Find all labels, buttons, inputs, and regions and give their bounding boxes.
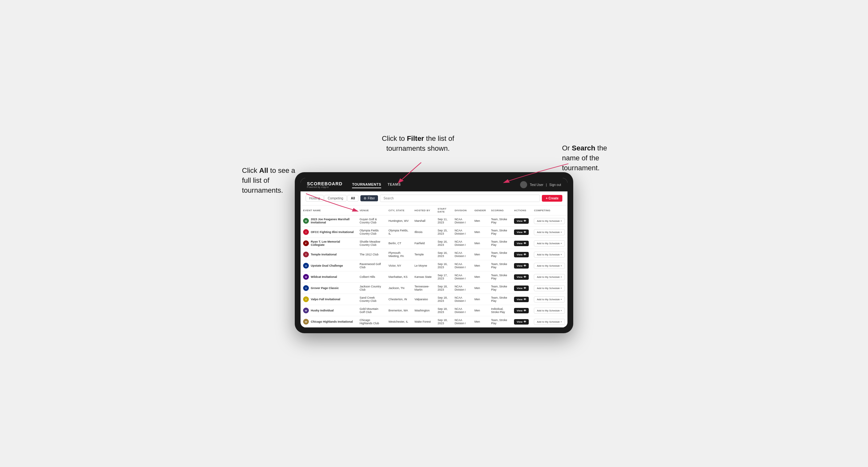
team-logo: U [303, 263, 309, 269]
tablet-screen: SCOREBOARD Powered by clipp'd TOURNAMENT… [301, 178, 567, 328]
cell-venue: Colbert Hills [357, 272, 386, 283]
cell-division: NCAA Division I [452, 294, 472, 305]
col-competing: COMPETING [531, 206, 567, 215]
competing-tab[interactable]: Competing [324, 195, 347, 201]
view-button[interactable]: View 👁 [514, 252, 529, 257]
eye-icon: 👁 [524, 242, 526, 245]
cell-gender: Men [472, 260, 488, 272]
eye-icon: 👁 [524, 298, 526, 301]
team-logo: F [303, 240, 309, 246]
cell-start-date: Sep 16, 2023 [435, 238, 452, 249]
cell-city-state: Plymouth Meeting, PA [386, 249, 412, 260]
cell-venue: Chicago Highlands Club [357, 316, 386, 328]
team-logo: V [303, 297, 309, 302]
view-button[interactable]: View 👁 [514, 274, 529, 280]
view-button[interactable]: View 👁 [514, 297, 529, 302]
add-schedule-button[interactable]: Add to My Schedule + [534, 240, 565, 246]
add-schedule-button[interactable]: Add to My Schedule + [534, 229, 565, 235]
nav-tournaments[interactable]: TOURNAMENTS [352, 181, 381, 188]
sign-out-link[interactable]: Sign out [549, 183, 561, 187]
eye-icon: 👁 [524, 309, 526, 312]
view-button[interactable]: View 👁 [514, 229, 529, 235]
view-button[interactable]: View 👁 [514, 319, 529, 324]
create-button[interactable]: + Create [542, 195, 562, 201]
cell-city-state: Victor, NY [386, 260, 412, 272]
add-schedule-button[interactable]: Add to My Schedule + [534, 263, 565, 269]
cell-city-state: Jackson, TN [386, 283, 412, 294]
team-logo: I [303, 229, 309, 235]
cell-division: NCAA Division I [452, 272, 472, 283]
cell-scoring: Team, Stroke Play [488, 249, 512, 260]
view-button[interactable]: View 👁 [514, 308, 529, 313]
hosting-tab[interactable]: Hosting [306, 195, 323, 201]
cell-event-name: U Upstate Dual Challenge [301, 260, 357, 272]
table-row: W Wildcat Invitational Colbert Hills Man… [301, 272, 567, 283]
cell-city-state: Huntington, WV [386, 215, 412, 227]
cell-competing: Add to My Schedule + [531, 260, 567, 272]
cell-hosted-by: Fairfield [412, 238, 435, 249]
toolbar: Hosting Competing All ⚙ Filter + Create [301, 191, 567, 206]
cell-city-state: Westchester, IL [386, 316, 412, 328]
cell-hosted-by: Marshall [412, 215, 435, 227]
cell-actions: View 👁 [512, 215, 531, 227]
cell-hosted-by: Illinois [412, 227, 435, 238]
add-schedule-button[interactable]: Add to My Schedule + [534, 274, 565, 280]
add-schedule-button[interactable]: Add to My Schedule + [534, 297, 565, 303]
view-button[interactable]: View 👁 [514, 263, 529, 269]
annotation-left: Click All to see a full list of tourname… [242, 166, 306, 195]
table-row: T Temple Invitational The 1912 Club Plym… [301, 249, 567, 260]
cell-division: NCAA Division I [452, 215, 472, 227]
logo-area: SCOREBOARD Powered by clipp'd [307, 182, 342, 188]
cell-division: NCAA Division I [452, 316, 472, 328]
cell-division: NCAA Division I [452, 283, 472, 294]
team-logo: W [303, 274, 309, 280]
eye-icon: 👁 [524, 220, 526, 222]
cell-gender: Men [472, 316, 488, 328]
filter-icon: ⚙ [364, 196, 367, 200]
nav-teams[interactable]: TEAMS [388, 181, 401, 188]
cell-venue: The 1912 Club [357, 249, 386, 260]
cell-city-state: Berlin, CT [386, 238, 412, 249]
filter-btn-group: Hosting Competing All [306, 195, 359, 201]
cell-gender: Men [472, 283, 488, 294]
cell-division: NCAA Division I [452, 260, 472, 272]
cell-start-date: Sep 15, 2023 [435, 227, 452, 238]
cell-event-name: W Chicago Highlands Invitational [301, 316, 357, 328]
tablet-frame: SCOREBOARD Powered by clipp'd TOURNAMENT… [295, 172, 573, 333]
logo-main: SCOREBOARD [307, 182, 342, 186]
cell-gender: Men [472, 272, 488, 283]
cell-hosted-by: Kansas State [412, 272, 435, 283]
search-input[interactable] [380, 195, 540, 202]
view-button[interactable]: View 👁 [514, 241, 529, 246]
cell-start-date: Sep 18, 2023 [435, 283, 452, 294]
add-schedule-button[interactable]: Add to My Schedule + [534, 319, 565, 325]
cell-competing: Add to My Schedule + [531, 238, 567, 249]
cell-venue: Ravenwood Golf Club [357, 260, 386, 272]
event-name-text: Grover Page Classic [311, 286, 339, 290]
add-schedule-button[interactable]: Add to My Schedule + [534, 252, 565, 258]
all-tab[interactable]: All [347, 195, 359, 201]
add-schedule-button[interactable]: Add to My Schedule + [534, 285, 565, 291]
view-button[interactable]: View 👁 [514, 218, 529, 224]
cell-competing: Add to My Schedule + [531, 272, 567, 283]
tournaments-table: EVENT NAME VENUE CITY, STATE HOSTED BY S… [301, 206, 567, 328]
cell-event-name: M 2023 Joe Feaganes Marshall Invitationa… [301, 215, 357, 227]
cell-gender: Men [472, 227, 488, 238]
table-row: V Valpo Fall Invitational Sand Creek Cou… [301, 294, 567, 305]
cell-competing: Add to My Schedule + [531, 283, 567, 294]
team-logo: W [303, 308, 309, 313]
add-schedule-button[interactable]: Add to My Schedule + [534, 308, 565, 314]
user-name: Test User [530, 183, 543, 187]
cell-gender: Men [472, 294, 488, 305]
cell-event-name: V Valpo Fall Invitational [301, 294, 357, 305]
eye-icon: 👁 [524, 287, 526, 290]
filter-button[interactable]: ⚙ Filter [361, 195, 378, 201]
outer-wrapper: Click All to see a full list of tourname… [242, 134, 626, 333]
cell-competing: Add to My Schedule + [531, 227, 567, 238]
cell-gender: Men [472, 305, 488, 316]
view-button[interactable]: View 👁 [514, 285, 529, 291]
filter-label: Filter [368, 196, 375, 200]
cell-event-name: W Wildcat Invitational [301, 272, 357, 283]
navbar: SCOREBOARD Powered by clipp'd TOURNAMENT… [301, 178, 567, 191]
add-schedule-button[interactable]: Add to My Schedule + [534, 218, 565, 224]
